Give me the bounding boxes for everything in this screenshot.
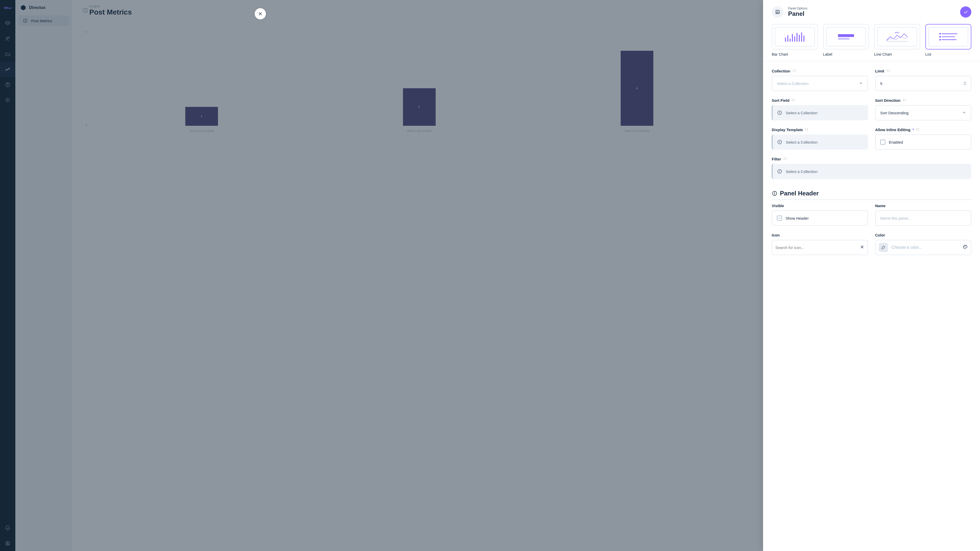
show-header-checkbox[interactable]: Show Header <box>772 210 868 226</box>
clear-icon[interactable] <box>860 245 864 250</box>
svg-point-38 <box>780 170 780 171</box>
svg-point-28 <box>940 39 941 40</box>
panel-type-label: Line Chart <box>874 52 920 56</box>
palette-icon[interactable] <box>963 245 968 251</box>
panel-type-label[interactable]: Label <box>823 24 869 56</box>
limit-input[interactable] <box>875 76 971 91</box>
filter-notice: Select a Collection <box>772 164 971 179</box>
panel-type-label: List <box>925 52 972 56</box>
drawer-header: Panel Options Panel <box>763 0 980 24</box>
field-allow-inline-editing: Allow Inline Editing * Enabled <box>875 127 971 150</box>
sort-direction-select[interactable]: Sort Descending <box>875 105 971 121</box>
raw-toggle-icon[interactable] <box>791 98 795 103</box>
svg-point-43 <box>965 246 965 246</box>
svg-point-42 <box>964 247 964 247</box>
chevron-down-icon <box>962 110 966 115</box>
svg-point-35 <box>780 141 780 141</box>
drawer-subtitle: Panel Options <box>788 6 807 10</box>
field-display-template: Display Template Select a Collection <box>772 127 868 150</box>
close-button[interactable] <box>255 8 266 19</box>
collection-select[interactable]: Select a Collection <box>772 76 868 91</box>
icon-search-input[interactable] <box>772 240 868 255</box>
field-collection: Collection Select a Collection <box>772 69 868 91</box>
field-name: Name <box>875 203 971 226</box>
chevron-down-icon <box>859 81 863 86</box>
color-input[interactable]: Choose a color... <box>875 240 971 255</box>
info-icon <box>777 140 782 144</box>
panel-options-drawer: Panel Options Panel Bar Chart Label Line… <box>763 0 980 551</box>
panel-type-bar-chart[interactable]: Bar Chart <box>772 24 818 56</box>
field-filter: Filter Select a Collection <box>772 157 971 179</box>
field-visible: Visible Show Header <box>772 203 868 226</box>
panel-name-input[interactable] <box>875 210 971 226</box>
info-icon <box>777 110 782 115</box>
raw-toggle-icon[interactable] <box>792 69 796 73</box>
info-icon <box>777 169 782 174</box>
field-color: Color Choose a color... <box>875 233 971 255</box>
drawer-title: Panel <box>788 10 807 17</box>
confirm-button[interactable] <box>960 6 971 17</box>
panel-type-label: Label <box>823 52 869 56</box>
panel-type-line-chart[interactable]: Line Chart <box>874 24 920 56</box>
raw-toggle-icon[interactable] <box>783 157 787 161</box>
panel-type-label: Bar Chart <box>772 52 818 56</box>
color-swatch-icon[interactable] <box>879 243 888 252</box>
sort-field-notice: Select a Collection <box>772 105 868 121</box>
field-limit: Limit <box>875 69 971 91</box>
raw-toggle-icon[interactable] <box>902 98 906 103</box>
field-sort-field: Sort Field Select a Collection <box>772 98 868 121</box>
panel-type-list[interactable]: List <box>925 24 972 56</box>
raw-toggle-icon[interactable] <box>886 69 890 73</box>
svg-rect-20 <box>838 34 854 37</box>
info-icon <box>772 191 777 196</box>
svg-point-24 <box>940 33 941 35</box>
svg-rect-21 <box>838 38 850 40</box>
field-icon: Icon <box>772 233 868 255</box>
panel-type-selector: Bar Chart Label Line Chart List <box>772 24 971 56</box>
svg-point-26 <box>940 36 941 37</box>
field-sort-direction: Sort Direction Sort Descending <box>875 98 971 121</box>
raw-toggle-icon[interactable] <box>805 127 808 132</box>
panel-icon <box>772 6 783 18</box>
svg-rect-22 <box>895 32 899 33</box>
display-template-notice: Select a Collection <box>772 135 868 150</box>
raw-toggle-icon[interactable] <box>916 127 920 132</box>
section-panel-header: Panel Header <box>772 190 971 200</box>
number-stepper-icon[interactable] <box>964 82 966 85</box>
svg-point-44 <box>966 246 966 246</box>
enabled-checkbox[interactable]: Enabled <box>875 135 971 150</box>
